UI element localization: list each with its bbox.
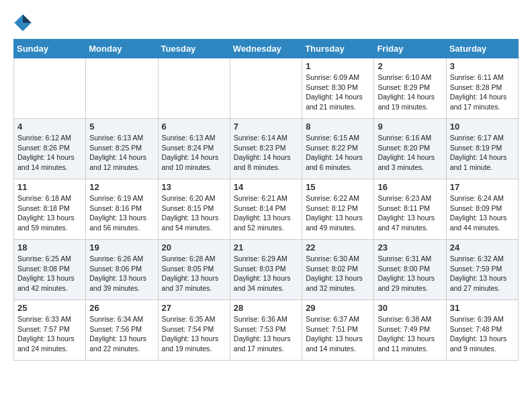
day-number: 28 — [234, 303, 298, 313]
calendar-cell: 20Sunrise: 6:28 AMSunset: 8:05 PMDayligh… — [158, 240, 230, 300]
calendar-cell: 27Sunrise: 6:35 AMSunset: 7:54 PMDayligh… — [158, 300, 230, 361]
day-number: 19 — [89, 242, 154, 253]
day-info: Sunrise: 6:13 AMSunset: 8:25 PMDaylight:… — [89, 133, 154, 173]
day-number: 23 — [378, 242, 442, 253]
day-info: Sunrise: 6:22 AMSunset: 8:12 PMDaylight:… — [306, 193, 370, 233]
weekday-header-tuesday: Tuesday — [158, 40, 230, 58]
weekday-header-monday: Monday — [86, 40, 158, 58]
calendar-cell — [158, 58, 230, 119]
calendar-cell: 17Sunrise: 6:24 AMSunset: 8:09 PMDayligh… — [446, 179, 518, 240]
day-info: Sunrise: 6:38 AMSunset: 7:49 PMDaylight:… — [378, 314, 442, 354]
day-info: Sunrise: 6:18 AMSunset: 8:18 PMDaylight:… — [17, 193, 82, 233]
calendar-cell: 26Sunrise: 6:34 AMSunset: 7:56 PMDayligh… — [86, 300, 158, 361]
calendar-cell: 14Sunrise: 6:21 AMSunset: 8:14 PMDayligh… — [230, 179, 302, 240]
day-number: 4 — [17, 122, 82, 132]
day-info: Sunrise: 6:20 AMSunset: 8:15 PMDaylight:… — [162, 193, 226, 233]
day-info: Sunrise: 6:21 AMSunset: 8:14 PMDaylight:… — [234, 193, 298, 233]
day-info: Sunrise: 6:15 AMSunset: 8:22 PMDaylight:… — [306, 133, 370, 173]
calendar-cell: 19Sunrise: 6:26 AMSunset: 8:06 PMDayligh… — [86, 240, 158, 300]
day-number: 31 — [450, 303, 515, 313]
calendar-cell: 30Sunrise: 6:38 AMSunset: 7:49 PMDayligh… — [374, 300, 446, 361]
day-number: 6 — [162, 122, 226, 132]
day-info: Sunrise: 6:16 AMSunset: 8:20 PMDaylight:… — [378, 133, 442, 173]
weekday-header-wednesday: Wednesday — [230, 40, 302, 58]
day-number: 9 — [378, 122, 442, 132]
day-number: 27 — [162, 303, 226, 313]
day-number: 8 — [306, 122, 370, 132]
calendar-cell: 15Sunrise: 6:22 AMSunset: 8:12 PMDayligh… — [302, 179, 374, 240]
day-info: Sunrise: 6:32 AMSunset: 7:59 PMDaylight:… — [450, 254, 515, 293]
day-info: Sunrise: 6:11 AMSunset: 8:28 PMDaylight:… — [450, 73, 515, 112]
day-info: Sunrise: 6:10 AMSunset: 8:29 PMDaylight:… — [378, 73, 442, 112]
calendar-cell — [14, 58, 86, 119]
calendar-cell: 21Sunrise: 6:29 AMSunset: 8:03 PMDayligh… — [230, 240, 302, 300]
day-number: 3 — [450, 61, 515, 71]
day-number: 7 — [234, 122, 298, 132]
svg-marker-1 — [23, 14, 32, 23]
day-number: 12 — [89, 182, 154, 192]
day-info: Sunrise: 6:39 AMSunset: 7:48 PMDaylight:… — [450, 314, 515, 354]
day-number: 10 — [450, 122, 515, 132]
day-number: 11 — [17, 182, 82, 192]
weekday-header-friday: Friday — [374, 40, 446, 58]
day-info: Sunrise: 6:35 AMSunset: 7:54 PMDaylight:… — [162, 314, 226, 354]
day-info: Sunrise: 6:34 AMSunset: 7:56 PMDaylight:… — [89, 314, 154, 354]
day-info: Sunrise: 6:25 AMSunset: 8:08 PMDaylight:… — [17, 254, 82, 293]
day-info: Sunrise: 6:14 AMSunset: 8:23 PMDaylight:… — [234, 133, 298, 173]
day-number: 26 — [89, 303, 154, 313]
day-number: 24 — [450, 242, 515, 253]
day-info: Sunrise: 6:24 AMSunset: 8:09 PMDaylight:… — [450, 193, 515, 233]
day-info: Sunrise: 6:12 AMSunset: 8:26 PMDaylight:… — [17, 133, 82, 173]
day-info: Sunrise: 6:23 AMSunset: 8:11 PMDaylight:… — [378, 193, 442, 233]
calendar-cell: 18Sunrise: 6:25 AMSunset: 8:08 PMDayligh… — [14, 240, 86, 300]
day-number: 25 — [17, 303, 82, 313]
day-info: Sunrise: 6:09 AMSunset: 8:30 PMDaylight:… — [306, 73, 370, 112]
logo — [13, 13, 34, 32]
calendar-cell: 29Sunrise: 6:37 AMSunset: 7:51 PMDayligh… — [302, 300, 374, 361]
day-info: Sunrise: 6:31 AMSunset: 8:00 PMDaylight:… — [378, 254, 442, 293]
logo-icon — [13, 13, 32, 32]
calendar-cell: 23Sunrise: 6:31 AMSunset: 8:00 PMDayligh… — [374, 240, 446, 300]
calendar-cell: 24Sunrise: 6:32 AMSunset: 7:59 PMDayligh… — [446, 240, 518, 300]
calendar-cell: 28Sunrise: 6:36 AMSunset: 7:53 PMDayligh… — [230, 300, 302, 361]
weekday-header-sunday: Sunday — [14, 40, 86, 58]
day-number: 15 — [306, 182, 370, 192]
calendar-cell: 3Sunrise: 6:11 AMSunset: 8:28 PMDaylight… — [446, 58, 518, 119]
calendar-cell — [230, 58, 302, 119]
day-info: Sunrise: 6:28 AMSunset: 8:05 PMDaylight:… — [162, 254, 226, 293]
day-info: Sunrise: 6:13 AMSunset: 8:24 PMDaylight:… — [162, 133, 226, 173]
day-number: 21 — [234, 242, 298, 253]
day-number: 14 — [234, 182, 298, 192]
day-number: 1 — [306, 61, 370, 71]
day-info: Sunrise: 6:30 AMSunset: 8:02 PMDaylight:… — [306, 254, 370, 293]
day-info: Sunrise: 6:33 AMSunset: 7:57 PMDaylight:… — [17, 314, 82, 354]
day-number: 20 — [162, 242, 226, 253]
day-number: 22 — [306, 242, 370, 253]
day-info: Sunrise: 6:36 AMSunset: 7:53 PMDaylight:… — [234, 314, 298, 354]
calendar-cell: 13Sunrise: 6:20 AMSunset: 8:15 PMDayligh… — [158, 179, 230, 240]
calendar-cell: 10Sunrise: 6:17 AMSunset: 8:19 PMDayligh… — [446, 119, 518, 179]
page-header — [13, 13, 519, 32]
day-number: 2 — [378, 61, 442, 71]
calendar-cell: 8Sunrise: 6:15 AMSunset: 8:22 PMDaylight… — [302, 119, 374, 179]
calendar-cell: 7Sunrise: 6:14 AMSunset: 8:23 PMDaylight… — [230, 119, 302, 179]
calendar-cell — [86, 58, 158, 119]
day-info: Sunrise: 6:26 AMSunset: 8:06 PMDaylight:… — [89, 254, 154, 293]
day-number: 13 — [162, 182, 226, 192]
calendar-cell: 31Sunrise: 6:39 AMSunset: 7:48 PMDayligh… — [446, 300, 518, 361]
calendar-cell: 1Sunrise: 6:09 AMSunset: 8:30 PMDaylight… — [302, 58, 374, 119]
day-info: Sunrise: 6:17 AMSunset: 8:19 PMDaylight:… — [450, 133, 515, 173]
calendar-table: SundayMondayTuesdayWednesdayThursdayFrid… — [13, 39, 519, 361]
calendar-cell: 6Sunrise: 6:13 AMSunset: 8:24 PMDaylight… — [158, 119, 230, 179]
calendar-cell: 9Sunrise: 6:16 AMSunset: 8:20 PMDaylight… — [374, 119, 446, 179]
calendar-cell: 2Sunrise: 6:10 AMSunset: 8:29 PMDaylight… — [374, 58, 446, 119]
weekday-header-saturday: Saturday — [446, 40, 518, 58]
weekday-header-thursday: Thursday — [302, 40, 374, 58]
day-number: 5 — [89, 122, 154, 132]
calendar-cell: 12Sunrise: 6:19 AMSunset: 8:16 PMDayligh… — [86, 179, 158, 240]
calendar-cell: 11Sunrise: 6:18 AMSunset: 8:18 PMDayligh… — [14, 179, 86, 240]
calendar-cell: 25Sunrise: 6:33 AMSunset: 7:57 PMDayligh… — [14, 300, 86, 361]
day-number: 30 — [378, 303, 442, 313]
calendar-cell: 5Sunrise: 6:13 AMSunset: 8:25 PMDaylight… — [86, 119, 158, 179]
day-number: 29 — [306, 303, 370, 313]
